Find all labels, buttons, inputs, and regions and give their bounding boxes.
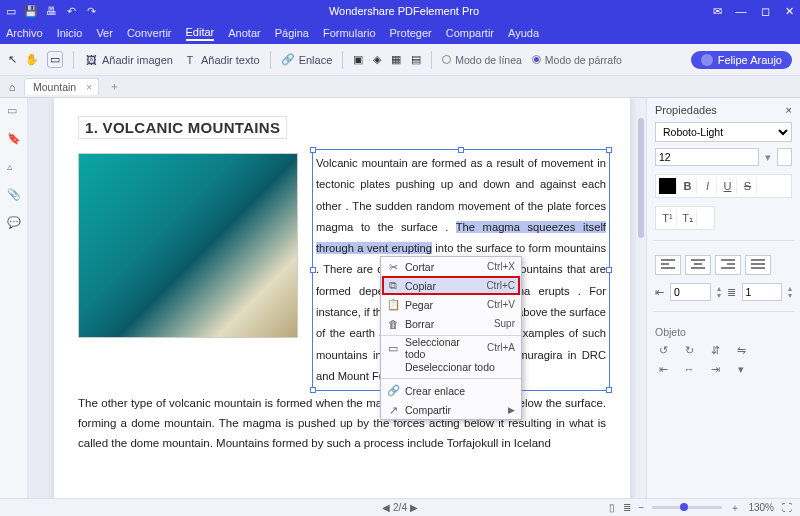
menu-archivo[interactable]: Archivo [6, 27, 43, 39]
menu-pagina[interactable]: Página [275, 27, 309, 39]
zoom-in-icon[interactable]: ＋ [730, 501, 740, 515]
zoom-out-icon[interactable]: − [639, 502, 645, 513]
mode-paragraph-radio[interactable]: Modo de párrafo [532, 54, 622, 66]
obj-align-right-icon[interactable]: ⇥ [707, 363, 723, 376]
close-button[interactable]: ✕ [782, 5, 796, 18]
ctx-share[interactable]: ↗Compartir▶ [381, 400, 521, 419]
menu-proteger[interactable]: Proteger [390, 27, 432, 39]
window-controls: ✉ ― ◻ ✕ [710, 5, 796, 18]
flip-horizontal-icon[interactable]: ⇋ [733, 344, 749, 357]
add-image-button[interactable]: 🖼Añadir imagen [84, 53, 173, 67]
italic-button[interactable]: I [699, 178, 717, 194]
bold-button[interactable]: B [679, 178, 697, 194]
page-next-icon[interactable]: ▶ [410, 502, 418, 513]
indent-stepper[interactable]: ▴▾ [717, 285, 721, 299]
menu-bar: Archivo Inicio Ver Convertir Editar Anot… [0, 22, 800, 44]
notify-icon[interactable]: ✉ [710, 5, 724, 18]
menu-ver[interactable]: Ver [96, 27, 113, 39]
menu-compartir[interactable]: Compartir [446, 27, 494, 39]
user-pill[interactable]: Felipe Araujo [691, 51, 792, 69]
view-mode-continuous-icon[interactable]: ≣ [623, 502, 631, 513]
save-icon[interactable]: 💾 [24, 4, 38, 18]
ctx-paste[interactable]: 📋PegarCtrl+V [381, 295, 521, 314]
link-button[interactable]: 🔗Enlace [281, 53, 333, 67]
heading[interactable]: 1. VOLCANIC MOUNTAINS [78, 116, 287, 139]
select-all-icon: ▭ [387, 342, 399, 354]
bookmarks-icon[interactable]: 🔖 [7, 132, 21, 146]
font-family-select[interactable]: Roboto-Light [655, 122, 792, 142]
print-icon[interactable]: 🖶 [44, 4, 58, 18]
background-icon[interactable]: ▦ [391, 53, 401, 66]
view-mode-single-icon[interactable]: ▯ [609, 502, 615, 513]
strike-button[interactable]: S [739, 178, 757, 194]
obj-align-left-icon[interactable]: ⇤ [655, 363, 671, 376]
comments-icon[interactable]: 💬 [7, 216, 21, 230]
document-tab[interactable]: Mountain× [24, 78, 99, 95]
rotate-left-icon[interactable]: ↺ [655, 344, 671, 357]
rotate-right-icon[interactable]: ↻ [681, 344, 697, 357]
watermark-icon[interactable]: ◈ [373, 53, 381, 66]
font-style-dropdown[interactable] [777, 148, 792, 166]
spacing-stepper[interactable]: ▴▾ [788, 285, 792, 299]
page-indicator[interactable]: ◀ 2/4 ▶ [382, 502, 417, 513]
menu-formulario[interactable]: Formulario [323, 27, 376, 39]
font-size-input[interactable] [655, 148, 759, 166]
quick-access-toolbar: ▭ 💾 🖶 ↶ ↷ [4, 4, 98, 18]
page-prev-icon[interactable]: ◀ [382, 502, 390, 513]
zoom-knob[interactable] [680, 503, 688, 511]
mode-line-radio[interactable]: Modo de línea [442, 54, 522, 66]
align-justify-button[interactable] [745, 255, 771, 275]
thumbnails-icon[interactable]: ▭ [7, 104, 21, 118]
paragraph-2[interactable]: The other type of volcanic mountain is f… [78, 393, 606, 453]
ctx-delete[interactable]: 🗑BorrarSupr [381, 314, 521, 333]
search-panel-icon[interactable]: ▵ [7, 160, 21, 174]
add-text-button[interactable]: TAñadir texto [183, 53, 260, 67]
flip-vertical-icon[interactable]: ⇵ [707, 344, 723, 357]
menu-anotar[interactable]: Anotar [228, 27, 260, 39]
redo-icon[interactable]: ↷ [84, 4, 98, 18]
fullscreen-icon[interactable]: ⛶ [782, 502, 792, 513]
text-icon: T [183, 53, 197, 67]
subscript-button[interactable]: T₁ [679, 210, 697, 226]
minimize-button[interactable]: ― [734, 5, 748, 17]
hand-tool-icon[interactable]: ✋ [25, 53, 39, 66]
underline-button[interactable]: U [719, 178, 737, 194]
scrollbar-thumb[interactable] [638, 118, 644, 238]
ctx-deselect-all[interactable]: Deseleccionar todo [381, 357, 521, 376]
home-tab-icon[interactable]: ⌂ [4, 81, 20, 93]
undo-icon[interactable]: ↶ [64, 4, 78, 18]
ctx-select-all[interactable]: ▭Seleccionar todoCtrl+A [381, 338, 521, 357]
font-size-dropdown-icon[interactable]: ▾ [765, 151, 771, 164]
maximize-button[interactable]: ◻ [758, 5, 772, 18]
obj-align-center-icon[interactable]: ↔ [681, 363, 697, 376]
ctx-copy[interactable]: ⧉CopiarCtrl+C [381, 276, 521, 295]
edit-object-tool-icon[interactable]: ▭ [47, 51, 63, 68]
close-panel-icon[interactable]: × [786, 104, 792, 116]
mode-para-label: Modo de párrafo [545, 54, 622, 66]
header-footer-icon[interactable]: ▤ [411, 53, 421, 66]
indent-input[interactable] [670, 283, 711, 301]
align-center-button[interactable] [685, 255, 711, 275]
menu-ayuda[interactable]: Ayuda [508, 27, 539, 39]
align-left-button[interactable] [655, 255, 681, 275]
vertical-scrollbar[interactable] [636, 98, 646, 498]
open-icon[interactable]: ▭ [4, 4, 18, 18]
superscript-button[interactable]: T¹ [659, 210, 677, 226]
new-tab-button[interactable]: ＋ [103, 79, 126, 94]
ctx-create-link[interactable]: 🔗Crear enlace [381, 381, 521, 400]
attachments-icon[interactable]: 📎 [7, 188, 21, 202]
align-right-button[interactable] [715, 255, 741, 275]
select-tool-icon[interactable]: ↖ [8, 53, 17, 66]
crop-icon[interactable]: ▣ [353, 53, 363, 66]
volcano-image[interactable] [78, 153, 298, 338]
menu-inicio[interactable]: Inicio [57, 27, 83, 39]
zoom-slider[interactable] [652, 506, 722, 509]
line-spacing-input[interactable] [742, 283, 783, 301]
font-color-swatch[interactable] [659, 178, 677, 194]
close-tab-icon[interactable]: × [86, 81, 92, 93]
menu-convertir[interactable]: Convertir [127, 27, 172, 39]
obj-align-more-icon[interactable]: ▾ [733, 363, 749, 376]
menu-editar[interactable]: Editar [186, 26, 215, 41]
document-canvas[interactable]: 1. VOLCANIC MOUNTAINS Volcanic mountain … [28, 98, 646, 498]
ctx-cut[interactable]: ✂CortarCtrl+X [381, 257, 521, 276]
